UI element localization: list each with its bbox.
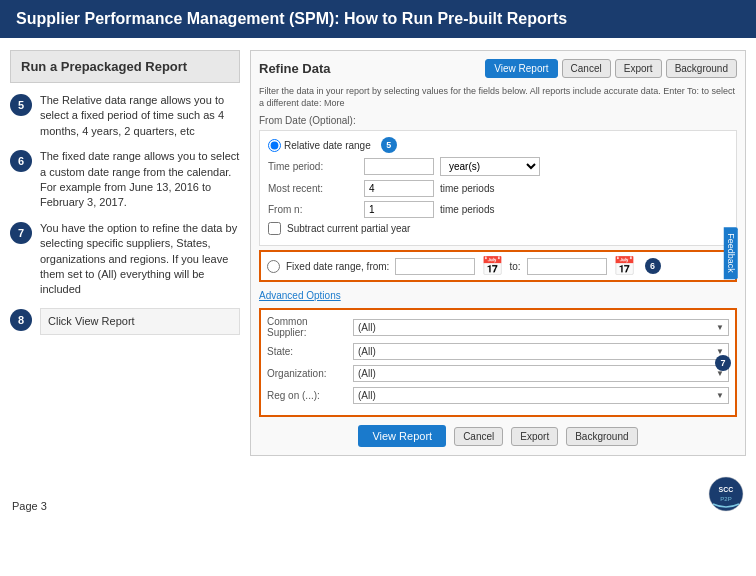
organization-row: Organization: (All) ▼ [267, 365, 729, 382]
state-value: (All) [358, 346, 376, 357]
common-supplier-value: (All) [358, 322, 376, 333]
scc-logo: SCC P2P [708, 476, 744, 512]
reg-on-arrow: ▼ [716, 391, 724, 400]
time-period-input[interactable] [364, 158, 434, 175]
time-periods-label: time periods [440, 183, 494, 194]
badge-7-inline: 7 [715, 355, 731, 371]
step-circle-5: 5 [10, 94, 32, 116]
feedback-tab[interactable]: Feedback [724, 227, 738, 279]
background-button-top[interactable]: Background [666, 59, 737, 78]
most-recent-row: Most recent: time periods [268, 180, 728, 197]
common-supplier-row: Common Supplier: (All) ▼ [267, 316, 729, 338]
reg-on-select[interactable]: (All) ▼ [353, 387, 729, 404]
state-row: State: (All) ▼ [267, 343, 729, 360]
svg-text:P2P: P2P [720, 496, 731, 502]
top-button-group: View Report Cancel Export Background [485, 59, 737, 78]
date-to-input[interactable] [527, 258, 607, 275]
from-n-row: From n: time periods [268, 201, 728, 218]
svg-point-0 [709, 477, 743, 511]
logo-area: SCC P2P [708, 476, 744, 512]
bottom-button-row: View Report Cancel Export Background [259, 425, 737, 447]
relative-radio-text: Relative date range [284, 140, 371, 151]
right-panel: Refine Data View Report Cancel Export Ba… [250, 50, 746, 456]
from-date-label: From Date (Optional): [259, 115, 356, 126]
to-label: to: [509, 261, 520, 272]
export-button-bottom[interactable]: Export [511, 427, 558, 446]
step-text-5: The Relative data range allows you to se… [40, 93, 240, 139]
organization-value: (All) [358, 368, 376, 379]
advanced-options-row: Advanced Options [259, 288, 737, 302]
step-circle-6: 6 [10, 150, 32, 172]
date-from-input[interactable] [395, 258, 475, 275]
subtract-row: Subtract current partial year [268, 222, 728, 235]
relative-radio-label[interactable]: Relative date range [268, 139, 371, 152]
advanced-options-link[interactable]: Advanced Options [259, 290, 341, 301]
refine-header: Refine Data View Report Cancel Export Ba… [259, 59, 737, 78]
step-item-5: 5 The Relative data range allows you to … [10, 93, 240, 139]
badge-6-inline: 6 [645, 258, 661, 274]
reg-on-row: Reg on (...): (All) ▼ [267, 387, 729, 404]
step-text-7: You have the option to refine the data b… [40, 221, 240, 298]
common-supplier-label: Common Supplier: [267, 316, 347, 338]
reg-on-label: Reg on (...): [267, 390, 347, 401]
common-supplier-arrow: ▼ [716, 323, 724, 332]
step-item-8: 8 Click View Report [10, 308, 240, 335]
time-period-select[interactable]: year(s) [440, 157, 540, 176]
page-header: Supplier Performance Management (SPM): H… [0, 0, 756, 38]
section-title: Run a Prepackaged Report [10, 50, 240, 83]
footer: Page 3 SCC P2P [0, 468, 756, 518]
fixed-radio-input[interactable] [267, 260, 280, 273]
badge-5-inline: 5 [381, 137, 397, 153]
subtract-label: Subtract current partial year [287, 223, 410, 234]
step-item-6: 6 The fixed date range allows you to sel… [10, 149, 240, 211]
from-n-label: From n: [268, 204, 358, 215]
time-period-row: Time period: year(s) [268, 157, 728, 176]
cancel-button-top[interactable]: Cancel [562, 59, 611, 78]
from-n-input[interactable] [364, 201, 434, 218]
export-button-top[interactable]: Export [615, 59, 662, 78]
date-range-row: Fixed date range, from: 📅 to: 📅 6 [259, 250, 737, 282]
main-content: Run a Prepackaged Report 5 The Relative … [0, 38, 756, 468]
state-select[interactable]: (All) ▼ [353, 343, 729, 360]
most-recent-label: Most recent: [268, 183, 358, 194]
fixed-radio-label: Fixed date range, from: [286, 261, 389, 272]
step-item-7: 7 You have the option to refine the data… [10, 221, 240, 298]
reg-on-value: (All) [358, 390, 376, 401]
cancel-button-bottom[interactable]: Cancel [454, 427, 503, 446]
organization-label: Organization: [267, 368, 347, 379]
background-button-bottom[interactable]: Background [566, 427, 637, 446]
step-circle-8: 8 [10, 309, 32, 331]
relative-radio-input[interactable] [268, 139, 281, 152]
page-number: Page 3 [12, 500, 47, 512]
most-recent-input[interactable] [364, 180, 434, 197]
time-periods2-label: time periods [440, 204, 494, 215]
filter-instruction: Filter the data in your report by select… [259, 86, 737, 109]
organization-select[interactable]: (All) ▼ [353, 365, 729, 382]
svg-text:SCC: SCC [719, 486, 734, 493]
time-period-label: Time period: [268, 161, 358, 172]
step-text-8: Click View Report [40, 308, 240, 335]
relative-radio-row: Relative date range 5 [268, 137, 728, 153]
dropdown-section: 7 Common Supplier: (All) ▼ State: (All) … [259, 308, 737, 417]
header-title: Supplier Performance Management (SPM): H… [16, 10, 567, 27]
step-circle-7: 7 [10, 222, 32, 244]
common-supplier-select[interactable]: (All) ▼ [353, 319, 729, 336]
state-label: State: [267, 346, 347, 357]
view-report-button-bottom[interactable]: View Report [358, 425, 446, 447]
left-panel: Run a Prepackaged Report 5 The Relative … [10, 50, 240, 456]
refine-title: Refine Data [259, 61, 331, 76]
step-text-6: The fixed date range allows you to selec… [40, 149, 240, 211]
from-date-row: From Date (Optional): [259, 115, 737, 126]
subtract-checkbox[interactable] [268, 222, 281, 235]
view-report-button-top[interactable]: View Report [485, 59, 557, 78]
relative-data-section: Relative date range 5 Time period: year(… [259, 130, 737, 246]
